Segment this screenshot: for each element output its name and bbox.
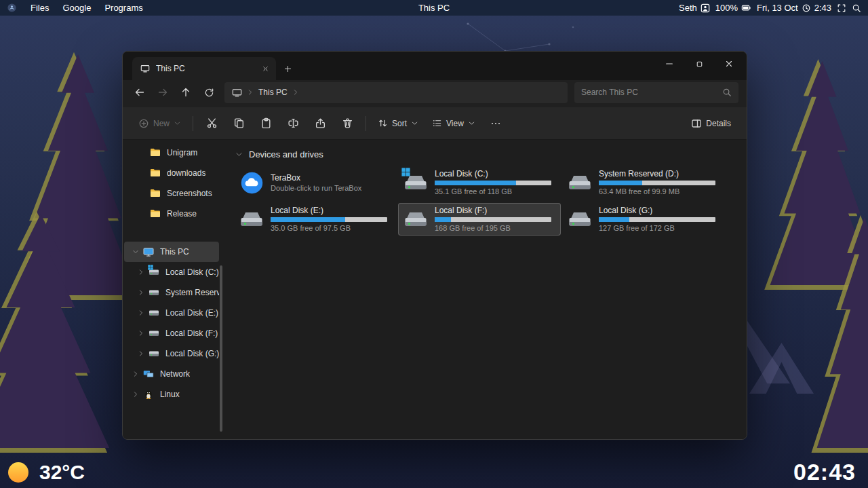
drive-icon — [567, 209, 593, 229]
sidebar: Unigram downloads Screenshots Release Th… — [123, 140, 223, 439]
sidebar-scrollbar[interactable] — [220, 265, 222, 432]
rename-icon — [288, 117, 299, 129]
search-input[interactable] — [581, 88, 717, 97]
sort-label: Sort — [392, 119, 407, 128]
chevron-collapsed-icon[interactable] — [132, 371, 139, 377]
tree-item-local-disk-e[interactable]: Local Disk (E:) — [124, 303, 219, 323]
toolbar-separator — [366, 116, 366, 131]
cut-button[interactable] — [199, 111, 224, 136]
chevron-collapsed-icon[interactable] — [138, 309, 144, 316]
more-options-button[interactable] — [483, 111, 509, 136]
drive-tile-local-disk-c[interactable]: Local Disk (C:) 35.1 GB free of 118 GB — [398, 166, 561, 199]
folder-icon — [150, 188, 161, 199]
tree-item-linux[interactable]: Linux — [124, 384, 219, 405]
folder-icon — [150, 168, 161, 179]
chevron-expanded-icon[interactable] — [132, 248, 139, 255]
drive-tile-local-disk-g[interactable]: Local Disk (G:) 127 GB free of 172 GB — [562, 203, 725, 236]
sidebar-item-unigram[interactable]: Unigram — [124, 143, 219, 163]
monitor-icon — [140, 64, 150, 73]
new-label: New — [153, 119, 170, 128]
tree-item-network[interactable]: Network — [124, 364, 219, 384]
sidebar-item-release[interactable]: Release — [124, 204, 219, 224]
tab-this-pc[interactable]: This PC — [132, 57, 276, 80]
tree-item-local-disk-c[interactable]: Local Disk (C:) — [124, 262, 219, 282]
new-tab-button[interactable] — [276, 57, 299, 80]
user-indicator[interactable]: Seth — [679, 3, 710, 13]
weather-widget[interactable]: 32°C — [8, 461, 85, 484]
up-button[interactable] — [174, 81, 197, 103]
chevron-right-icon — [247, 89, 254, 96]
breadcrumb[interactable]: This PC — [224, 82, 568, 103]
sidebar-item-screenshots[interactable]: Screenshots — [124, 183, 219, 204]
system-menu-icon[interactable] — [7, 3, 17, 13]
paste-button[interactable] — [253, 111, 279, 136]
tab-close-button[interactable] — [258, 62, 272, 75]
drive-tile-system-reserved-d[interactable]: System Reserved (D:) 63.4 MB free of 99.… — [562, 166, 725, 199]
details-pane-icon — [691, 118, 702, 129]
app-subtitle: Double-click to run TeraBox — [271, 184, 393, 193]
menu-files[interactable]: Files — [31, 3, 49, 13]
time-label: 2:43 — [814, 3, 831, 13]
chevron-collapsed-icon[interactable] — [138, 289, 144, 296]
forward-button[interactable] — [151, 81, 174, 103]
chevron-collapsed-icon[interactable] — [138, 350, 144, 357]
maximize-button[interactable] — [684, 53, 714, 75]
chevron-down-icon — [411, 119, 418, 127]
minimize-icon — [665, 59, 674, 69]
back-icon — [134, 87, 145, 98]
close-button[interactable] — [714, 53, 744, 75]
delete-button[interactable] — [334, 111, 360, 136]
details-label: Details — [706, 119, 731, 128]
copy-button[interactable] — [226, 111, 252, 136]
details-button[interactable]: Details — [685, 111, 737, 136]
capacity-fill — [271, 217, 345, 222]
address-bar: This PC — [123, 80, 747, 107]
tree-item-this-pc[interactable]: This PC — [124, 242, 219, 262]
tree-item-system-reserved-d[interactable]: System Reserved (D:) — [124, 282, 219, 303]
sidebar-item-downloads[interactable]: downloads — [124, 163, 219, 183]
chevron-collapsed-icon[interactable] — [138, 269, 144, 276]
refresh-button[interactable] — [197, 81, 220, 103]
chevron-expanded-icon[interactable] — [235, 151, 243, 158]
windows-logo-icon — [401, 168, 410, 176]
wallpaper-tree — [0, 214, 119, 448]
menu-programs[interactable]: Programs — [104, 3, 142, 13]
search-icon[interactable] — [852, 3, 861, 13]
minimize-button[interactable] — [654, 53, 684, 75]
terabox-tile[interactable]: TeraBox Double-click to run TeraBox — [234, 166, 397, 199]
sort-button[interactable]: Sort — [372, 111, 425, 136]
folder-icon — [150, 147, 161, 158]
tree-item-label: Local Disk (F:) — [165, 329, 218, 338]
tree-item-local-disk-f[interactable]: Local Disk (F:) — [124, 323, 219, 343]
share-button[interactable] — [307, 111, 333, 136]
active-window-title: This PC — [418, 3, 450, 13]
drive-name: Local Disk (G:) — [599, 206, 721, 215]
battery-indicator[interactable]: 100% — [715, 3, 751, 13]
linux-icon — [143, 389, 154, 400]
drive-tile-local-disk-e[interactable]: Local Disk (E:) 35.0 GB free of 97.5 GB — [234, 203, 397, 236]
fullscreen-icon[interactable] — [837, 3, 846, 13]
rename-button[interactable] — [280, 111, 306, 136]
this-pc-icon — [143, 246, 154, 257]
drive-icon — [149, 307, 159, 318]
search-icon[interactable] — [722, 88, 732, 97]
tree-item-local-disk-g[interactable]: Local Disk (G:) — [124, 343, 219, 364]
command-bar: New Sort View Details — [123, 107, 747, 140]
menu-google[interactable]: Google — [62, 3, 91, 13]
drive-free-text: 168 GB free of 195 GB — [435, 224, 557, 233]
drive-icon — [149, 287, 159, 298]
clock-indicator[interactable]: Fri, 13 Oct 2:43 — [757, 3, 831, 13]
breadcrumb-this-pc[interactable]: This PC — [258, 88, 288, 97]
chevron-collapsed-icon[interactable] — [138, 330, 144, 337]
view-button[interactable]: View — [426, 111, 481, 136]
temperature-label: 32°C — [39, 461, 85, 484]
chevron-collapsed-icon[interactable] — [132, 391, 139, 398]
back-button[interactable] — [128, 81, 151, 103]
tree-item-label: System Reserved (D:) — [165, 288, 219, 297]
section-devices-and-drives[interactable]: Devices and drives — [234, 149, 747, 159]
drive-name: System Reserved (D:) — [599, 169, 721, 179]
battery-icon — [741, 3, 751, 13]
drive-tile-local-disk-f[interactable]: Local Disk (F:) 168 GB free of 195 GB — [398, 203, 561, 236]
sun-icon — [8, 462, 28, 483]
new-button[interactable]: New — [132, 111, 187, 136]
